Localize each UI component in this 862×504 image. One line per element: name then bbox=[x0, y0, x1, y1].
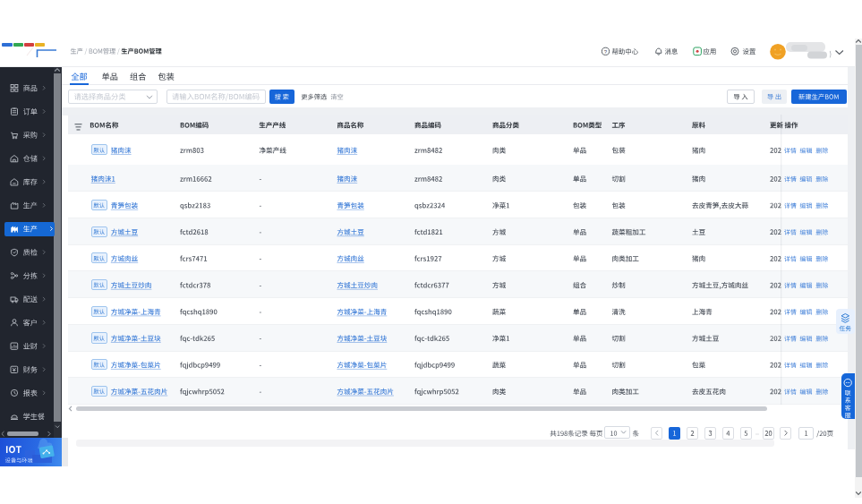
svg-text:?: ? bbox=[604, 49, 608, 55]
